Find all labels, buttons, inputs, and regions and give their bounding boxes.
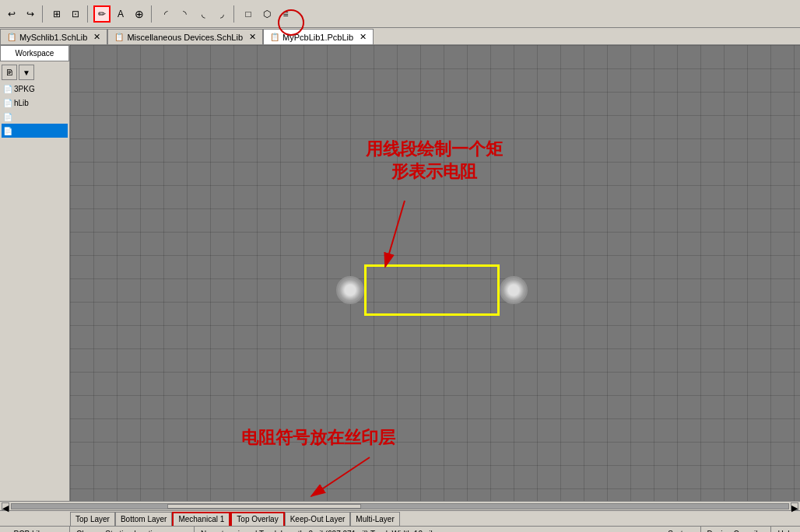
layer-tab-multi[interactable]: Multi-Layer [350, 512, 399, 526]
grid-button[interactable]: ⊞ [48, 5, 65, 23]
undo-button[interactable]: ↩ [3, 5, 20, 23]
layer-tab-mech1[interactable]: Mechanical 1 [172, 512, 230, 526]
status-choose: Choose Starting location [70, 527, 195, 532]
workspace-label: Workspace [16, 49, 54, 58]
misc-button[interactable]: ≡ [277, 5, 294, 23]
scroll-right-button[interactable]: ▶ [791, 502, 798, 510]
lib-item-4[interactable]: 📄 [2, 124, 68, 138]
scroll-thumb-h[interactable] [167, 504, 362, 509]
sidebar-icon-row: 🖹 ▼ [2, 63, 68, 82]
sidebar-icon-btn2[interactable]: ▼ [19, 65, 34, 80]
annotation-silk-layer: 电阻符号放在丝印层 [241, 426, 395, 450]
layer-tab-keepout[interactable]: Keep-Out Layer [285, 512, 351, 526]
tab-bar: 📋 MySchlib1.SchLib ✕ 📋 Miscellaneous Dev… [0, 28, 800, 45]
arc4-button[interactable]: ◞ [213, 5, 230, 23]
status-help[interactable]: Help [771, 527, 800, 532]
lib-item-label2: hLib [14, 99, 29, 107]
layer-tab-mech1-label: Mechanical 1 [178, 515, 224, 523]
layer-tab-top[interactable]: Top Layer [70, 512, 115, 526]
sidebar-workspace-tab[interactable]: Workspace [0, 45, 69, 61]
lib-item-icon1: 📄 [3, 85, 12, 93]
tab-close[interactable]: ✕ [93, 32, 100, 42]
tab-icon: 📋 [7, 33, 16, 41]
annotation-draw-line: 用线段绘制一个矩 形表示电阻 [366, 138, 503, 183]
arc3-button[interactable]: ◟ [195, 5, 212, 23]
layer-tab-top-overlay-label: Top Overlay [237, 515, 278, 523]
status-system[interactable]: System [661, 527, 700, 532]
resistor-rect [364, 264, 500, 316]
toolbar: ↩ ↪ ⊞ ⊡ ✏ A ⊕ ◜ ◝ ◟ ◞ □ ⬡ ≡ [0, 0, 800, 28]
redo-button[interactable]: ↪ [22, 5, 39, 23]
toolbar-separator [42, 5, 45, 23]
toolbar-separator3 [151, 5, 154, 23]
tab-icon3: 📋 [270, 33, 279, 41]
pad-right [500, 276, 528, 304]
tab-label3: MyPcbLib1.PcbLib [282, 33, 353, 42]
sidebar-content: 🖹 ▼ 📄 3PKG 📄 hLib 📄 📄 [0, 61, 69, 501]
tab-pcblib1[interactable]: 📋 MyPcbLib1.PcbLib ✕ [263, 29, 374, 44]
lib-item-3[interactable]: 📄 [2, 110, 68, 124]
tab-icon2: 📋 [114, 33, 124, 41]
zoom-button[interactable]: ⊕ [131, 5, 148, 23]
snap-button[interactable]: ⊡ [67, 5, 84, 23]
sidebar-top-tabs: Workspace [0, 45, 69, 61]
annotation-text1-line2: 形表示电阻 [366, 161, 503, 184]
main-layout: Workspace 🖹 ▼ 📄 3PKG 📄 hLib 📄 📄 [0, 45, 800, 501]
layer-tab-top-overlay[interactable]: Top Overlay [230, 512, 284, 526]
lib-item-icon2: 📄 [3, 99, 12, 107]
lib-item-icon3: 📄 [3, 113, 12, 121]
lib-item-3pkg[interactable]: 📄 3PKG [2, 82, 68, 96]
arc1-button[interactable]: ◜ [157, 5, 174, 23]
status-design-compiler[interactable]: Design Compiler [701, 527, 772, 532]
scroll-track-h[interactable] [11, 503, 789, 509]
layer-tab-multi-label: Multi-Layer [356, 515, 394, 523]
status-bar: PCB Library Choose Starting location No … [0, 526, 800, 532]
scroll-left-button[interactable]: ◀ [2, 502, 9, 510]
layer-tabs: Top Layer Bottom Layer Mechanical 1 Top … [0, 510, 800, 526]
status-pcb-library: PCB Library [0, 527, 70, 532]
status-info: No net assigned,Track Length: 0mil (607.… [195, 527, 661, 532]
poly-button[interactable]: ⬡ [258, 5, 275, 23]
rect-button[interactable]: □ [240, 5, 257, 23]
toolbar-separator2 [87, 5, 90, 23]
tab-label: MySchlib1.SchLib [19, 33, 87, 42]
text-button[interactable]: A [112, 5, 129, 23]
layer-tab-bottom[interactable]: Bottom Layer [115, 512, 172, 526]
annotation-text1-line1: 用线段绘制一个矩 [366, 138, 503, 161]
lib-item-hlib[interactable]: 📄 hLib [2, 96, 68, 110]
tab-schlib1[interactable]: 📋 MySchlib1.SchLib ✕ [0, 29, 107, 44]
toolbar-separator4 [233, 5, 237, 23]
arc2-button[interactable]: ◝ [176, 5, 193, 23]
canvas-area[interactable]: 用线段绘制一个矩 形表示电阻 电阻符号放在丝印层 [70, 45, 800, 501]
horizontal-scrollbar[interactable]: ◀ ▶ [0, 501, 800, 510]
lib-item-icon4: 📄 [3, 127, 12, 135]
tab-misc-devices[interactable]: 📋 Miscellaneous Devices.SchLib ✕ [107, 29, 263, 44]
lib-item-label1: 3PKG [14, 85, 35, 93]
layer-tab-keepout-label: Keep-Out Layer [290, 515, 346, 523]
sidebar-icon-btn1[interactable]: 🖹 [2, 65, 17, 80]
tab-label2: Miscellaneous Devices.SchLib [127, 33, 243, 42]
tab-close2[interactable]: ✕ [249, 32, 256, 42]
annotation-text2: 电阻符号放在丝印层 [241, 428, 395, 447]
draw-line-button[interactable]: ✏ [93, 5, 111, 23]
pad-left [336, 276, 364, 304]
layer-tab-top-label: Top Layer [75, 515, 110, 523]
tab-close3[interactable]: ✕ [360, 32, 367, 42]
sidebar: Workspace 🖹 ▼ 📄 3PKG 📄 hLib 📄 📄 [0, 45, 70, 501]
layer-tab-bottom-label: Bottom Layer [121, 515, 167, 523]
resistor-footprint [350, 255, 514, 325]
